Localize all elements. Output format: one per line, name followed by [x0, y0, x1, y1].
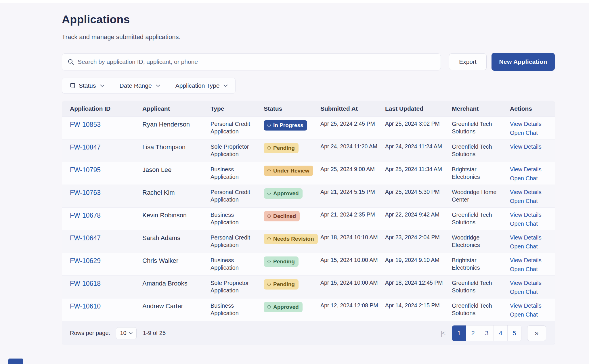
view-details-link[interactable]: View Details	[510, 302, 545, 309]
corner-chip	[8, 359, 23, 364]
submitted-at: Apr 12, 2024 12:08 PM	[320, 302, 385, 309]
application-type: Personal Credit Application	[211, 120, 264, 135]
open-chat-link[interactable]: Open Chat	[510, 175, 545, 182]
view-details-link[interactable]: View Details	[510, 143, 545, 150]
export-button[interactable]: Export	[449, 53, 487, 70]
application-type: Personal Credit Application	[211, 234, 264, 249]
application-id-link[interactable]: FW-10629	[70, 257, 101, 265]
open-chat-link[interactable]: Open Chat	[510, 220, 545, 227]
status-ring-icon	[267, 192, 271, 195]
status-label: Needs Revision	[273, 235, 314, 242]
application-type: Business Application	[211, 211, 264, 226]
status-label: Approved	[273, 190, 299, 197]
applicant-name: Chris Walker	[142, 256, 211, 265]
status-badge: Pending	[264, 143, 299, 153]
status-label: Under Review	[273, 167, 309, 174]
merchant-name: Brightstar Electronics	[452, 256, 510, 272]
column-header-type: Type	[211, 105, 264, 112]
page-button-1[interactable]: 1	[452, 325, 466, 341]
row-actions: View DetailsOpen Chat	[510, 211, 549, 228]
filter-status[interactable]: Status	[62, 78, 112, 93]
application-id-link[interactable]: FW-10618	[70, 280, 101, 287]
page-button-3[interactable]: 3	[480, 325, 494, 341]
table-header-row: Application ID Applicant Type Status Sub…	[62, 101, 555, 116]
filter-application-type[interactable]: Application Type	[168, 78, 236, 93]
last-updated: Apr 25, 2024 3:02 PM	[385, 120, 452, 128]
view-details-link[interactable]: View Details	[510, 256, 545, 264]
application-id-link[interactable]: FW-10610	[70, 302, 101, 310]
status-label: Pending	[273, 281, 295, 288]
view-details-link[interactable]: View Details	[510, 279, 545, 287]
submitted-at: Apr 21, 2024 5:15 PM	[320, 188, 385, 196]
last-updated: Apr 24, 2024 11:24 AM	[385, 143, 452, 150]
status-badge: Under Review	[264, 166, 313, 176]
status-ring-icon	[267, 146, 271, 150]
application-id-link[interactable]: FW-10847	[70, 143, 101, 151]
chevron-down-icon	[223, 85, 228, 87]
search-input[interactable]	[78, 58, 435, 65]
row-actions: View DetailsOpen Chat	[510, 188, 549, 205]
application-type: Business Application	[211, 256, 264, 272]
page-button-2[interactable]: 2	[466, 325, 480, 341]
application-id-link[interactable]: FW-10678	[70, 212, 101, 219]
column-header-actions: Actions	[510, 105, 549, 112]
open-chat-link[interactable]: Open Chat	[510, 129, 545, 137]
column-header-status: Status	[264, 105, 320, 112]
new-application-button[interactable]: New Application	[492, 53, 555, 71]
row-actions: View Details	[510, 143, 549, 150]
merchant-name: Greenfield Tech Solutions	[452, 302, 510, 317]
view-details-link[interactable]: View Details	[510, 120, 545, 128]
page-title: Applications	[62, 13, 555, 26]
view-details-link[interactable]: View Details	[510, 234, 545, 241]
status-ring-icon	[267, 214, 271, 218]
open-chat-link[interactable]: Open Chat	[510, 311, 545, 318]
status-ring-icon	[267, 124, 271, 127]
merchant-name: Woodridge Electronics	[452, 234, 510, 249]
application-id-link[interactable]: FW-10647	[70, 234, 101, 242]
view-details-link[interactable]: View Details	[510, 211, 545, 219]
open-chat-link[interactable]: Open Chat	[510, 288, 545, 296]
status-badge: Pending	[264, 256, 299, 267]
application-type: Sole Proprietor Application	[211, 143, 264, 158]
last-updated: Apr 25, 2024 5:30 PM	[385, 188, 452, 196]
open-chat-link[interactable]: Open Chat	[510, 197, 545, 205]
view-details-link[interactable]: View Details	[510, 188, 545, 196]
applications-page: Applications Track and manage submitted …	[62, 3, 555, 345]
filter-date-range[interactable]: Date Range	[112, 78, 168, 93]
submitted-at: Apr 25, 2024 9:00 AM	[320, 166, 385, 173]
page-button-5[interactable]: 5	[507, 325, 521, 341]
row-actions: View DetailsOpen Chat	[510, 234, 549, 250]
filter-square-icon	[70, 83, 76, 89]
next-pages-button[interactable]: »	[527, 325, 546, 341]
status-ring-icon	[267, 305, 271, 309]
table-row: FW-10629 Chris Walker Business Applicati…	[62, 253, 555, 275]
filter-bar: Status Date Range Application Type	[62, 78, 236, 94]
merchant-name: Woodridge Home Center	[452, 188, 510, 204]
rows-per-page-select[interactable]: 10	[116, 327, 137, 339]
view-details-link[interactable]: View Details	[510, 166, 545, 173]
status-ring-icon	[267, 237, 271, 240]
application-id-link[interactable]: FW-10853	[70, 121, 101, 128]
search-box[interactable]	[62, 53, 441, 70]
status-label: Pending	[273, 144, 295, 152]
applicant-name: Lisa Thompson	[142, 143, 211, 151]
application-id-link[interactable]: FW-10763	[70, 189, 101, 196]
status-ring-icon	[267, 283, 271, 286]
row-actions: View DetailsOpen Chat	[510, 256, 549, 273]
chevron-down-icon	[129, 332, 133, 334]
application-id-link[interactable]: FW-10795	[70, 166, 101, 174]
last-updated: Apr 22, 2024 9:42 AM	[385, 211, 452, 219]
open-chat-link[interactable]: Open Chat	[510, 243, 545, 250]
table-row: FW-10618 Amanda Brooks Sole Proprietor A…	[62, 275, 555, 298]
status-label: In Progress	[273, 122, 303, 129]
status-badge: Declined	[264, 211, 300, 221]
chevron-down-icon	[156, 85, 160, 87]
status-ring-icon	[267, 260, 271, 263]
page-button-4[interactable]: 4	[494, 325, 507, 341]
first-page-button[interactable]: |<	[441, 329, 445, 337]
open-chat-link[interactable]: Open Chat	[510, 265, 545, 273]
filter-status-label: Status	[79, 82, 96, 89]
table-body: FW-10853 Ryan Henderson Personal Credit …	[62, 116, 555, 321]
last-updated: Apr 18, 2024 12:45 PM	[385, 279, 452, 287]
submitted-at: Apr 15, 2024 10:00 AM	[320, 279, 385, 287]
